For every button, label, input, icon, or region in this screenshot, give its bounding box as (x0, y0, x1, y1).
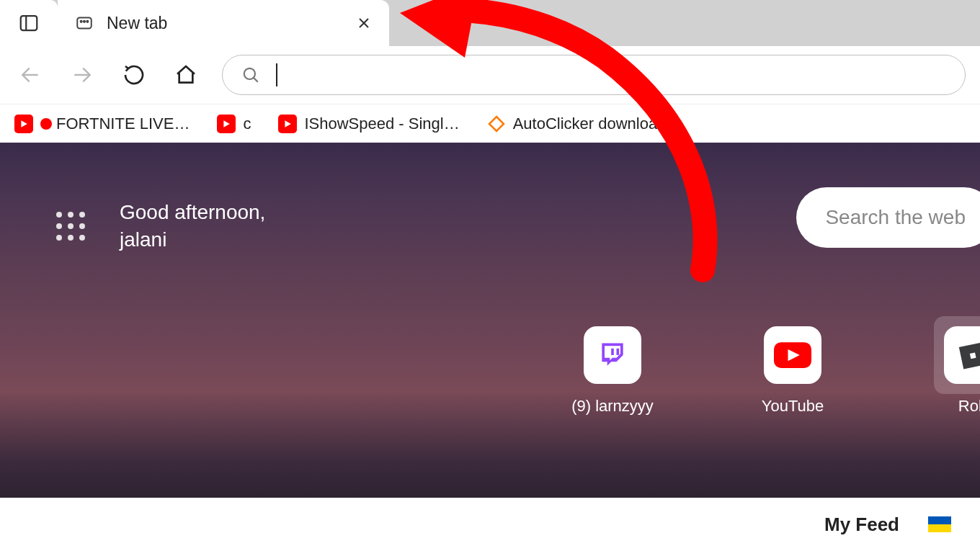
page-settings-button[interactable] (56, 212, 85, 241)
tab-close-button[interactable] (353, 12, 375, 34)
svg-rect-23 (928, 524, 951, 532)
my-feed-link[interactable]: My Feed (824, 514, 899, 536)
svg-marker-15 (489, 117, 504, 131)
back-button[interactable] (14, 59, 46, 91)
browser-toolbar (0, 46, 980, 104)
live-dot-icon (40, 118, 52, 130)
youtube-icon (774, 341, 811, 369)
home-icon (174, 63, 197, 86)
panel-icon (18, 12, 40, 34)
svg-rect-16 (611, 349, 614, 355)
greeting-line1: Good afternoon, (120, 199, 265, 226)
tab-title: New tab (107, 14, 340, 33)
bookmark-label: c (243, 115, 251, 133)
svg-rect-0 (21, 16, 37, 30)
youtube-tile (764, 326, 821, 384)
youtube-favicon-icon (14, 115, 33, 133)
text-caret (276, 63, 277, 86)
browser-tab[interactable]: New tab (58, 0, 389, 46)
bookmark-ishowspeed[interactable]: IShowSpeed - Singl… (272, 110, 465, 138)
svg-rect-22 (928, 516, 951, 524)
youtube-favicon-icon (278, 115, 297, 133)
arrow-right-icon (71, 63, 94, 86)
quick-link-roblox[interactable]: Rob (930, 326, 980, 416)
svg-point-5 (86, 21, 88, 22)
svg-rect-20 (959, 343, 980, 369)
address-bar[interactable] (222, 55, 966, 95)
svg-rect-17 (617, 349, 620, 355)
quick-link-youtube[interactable]: YouTube (749, 326, 836, 416)
bookmark-label: FORTNITE LIVE… (56, 115, 190, 133)
quick-link-label: Rob (958, 397, 980, 416)
quick-links-row: (9) larnzyyy YouTube (569, 326, 980, 416)
greeting-line2: jalani (120, 226, 265, 254)
svg-rect-21 (970, 353, 976, 359)
refresh-icon (122, 63, 146, 86)
svg-line-11 (254, 78, 258, 82)
quick-link-twitch[interactable]: (9) larnzyyy (569, 326, 656, 416)
svg-point-3 (81, 21, 82, 22)
svg-rect-2 (77, 17, 92, 28)
svg-point-4 (84, 21, 85, 22)
tab-sidebar-button[interactable] (0, 0, 58, 46)
search-icon (241, 66, 260, 84)
refresh-button[interactable] (118, 59, 150, 91)
bookmark-c[interactable]: c (211, 110, 257, 138)
svg-marker-14 (285, 120, 291, 127)
autoclicker-favicon-icon (487, 115, 506, 133)
search-the-web-input[interactable]: Search the web (796, 187, 980, 248)
close-icon (357, 16, 371, 30)
bookmark-label: IShowSpeed - Singl… (304, 115, 459, 133)
roblox-tile (944, 326, 980, 384)
new-tab-content: Good afternoon, jalani Search the web (9… (0, 143, 980, 498)
youtube-favicon-icon (217, 115, 236, 133)
forward-button[interactable] (66, 59, 98, 91)
quick-link-label: (9) larnzyyy (571, 397, 654, 416)
feed-bar: My Feed (0, 498, 980, 551)
twitch-tile (584, 326, 641, 384)
new-tab-icon (75, 14, 94, 32)
quick-link-label: YouTube (762, 397, 824, 416)
bookmarks-bar: FORTNITE LIVE… c IShowSpeed - Singl… Aut… (0, 104, 980, 143)
greeting-text: Good afternoon, jalani (120, 199, 265, 254)
svg-marker-13 (224, 120, 230, 127)
search-placeholder: Search the web (825, 206, 966, 229)
flag-icon[interactable] (928, 514, 951, 534)
home-button[interactable] (170, 59, 202, 91)
bookmark-label: AutoClicker download… (513, 115, 682, 133)
twitch-icon (597, 339, 628, 371)
svg-marker-12 (21, 120, 27, 127)
roblox-icon (957, 339, 980, 371)
bookmark-autoclicker[interactable]: AutoClicker download… (481, 110, 688, 138)
bookmark-fortnite-live[interactable]: FORTNITE LIVE… (9, 110, 195, 138)
svg-point-10 (244, 68, 255, 79)
title-bar: New tab (0, 0, 980, 46)
arrow-left-icon (19, 63, 42, 86)
